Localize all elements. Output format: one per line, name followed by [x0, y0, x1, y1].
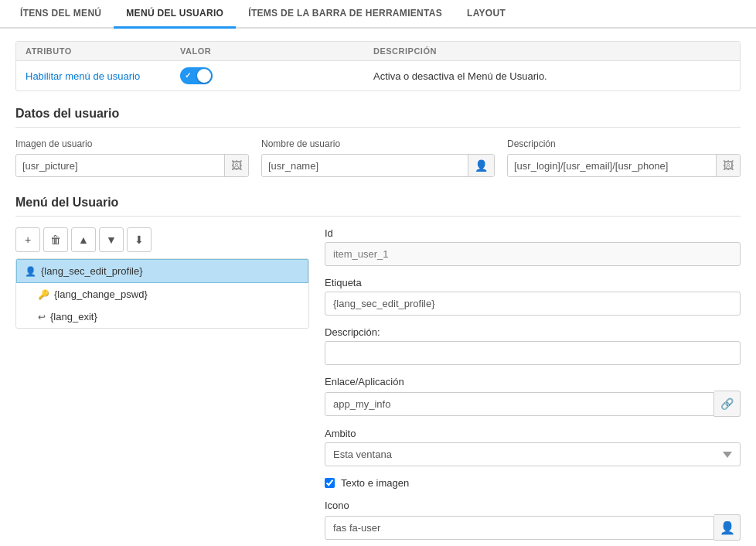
- tree-item-label-1: {lang_change_pswd}: [54, 288, 148, 300]
- enlace-input[interactable]: [325, 392, 714, 416]
- ambito-label: Ambito: [325, 428, 741, 439]
- checkbox-row: Texto e imagen: [325, 477, 741, 489]
- tree-panel: + 🗑 ▲ ▼ ⬇ 👤 {lang_sec_edit_profile} 🔑 {l…: [15, 227, 309, 546]
- icono-group: Icono 👤: [325, 500, 741, 541]
- user-image-label: Imagen de usuario: [15, 138, 249, 149]
- username-wrapper: 👤: [261, 154, 495, 177]
- user-image-field: Imagen de usuario 🖼: [15, 138, 249, 177]
- description-wrapper: 🖼: [507, 154, 741, 177]
- id-label: Id: [325, 227, 741, 239]
- enlace-link-icon[interactable]: 🔗: [714, 391, 741, 417]
- texto-imagen-label: Texto e imagen: [341, 477, 409, 489]
- description-field: Descripción 🖼: [507, 138, 741, 177]
- tab-layout[interactable]: LAYOUT: [455, 0, 518, 29]
- attr-habilitar-label: Habilitar menú de usuario: [26, 70, 180, 82]
- attr-description-text: Activa o desactiva el Menú de Usuario.: [373, 70, 730, 82]
- descripcion-label: Descripción:: [325, 326, 741, 338]
- attr-header-row: ATRIBUTO VALOR DESCRIPCIÓN: [16, 42, 740, 61]
- descripcion-input[interactable]: [325, 341, 741, 365]
- icono-input[interactable]: [325, 516, 714, 540]
- tree-item-exit[interactable]: ↩ {lang_exit}: [16, 305, 308, 328]
- add-item-button[interactable]: +: [15, 227, 40, 252]
- ambito-group: Ambito Esta ventana Nueva ventana Popup: [325, 428, 741, 466]
- user-menu-section: Menú del Usuario + 🗑 ▲ ▼ ⬇ 👤 {lang_sec_e…: [15, 196, 741, 546]
- username-field: Nombre de usuario 👤: [261, 138, 495, 177]
- username-icon: 👤: [468, 155, 494, 176]
- description-input[interactable]: [508, 155, 716, 176]
- toggle-track[interactable]: ✓: [180, 67, 213, 84]
- tab-toolbar-items[interactable]: ÍTEMS DE LA BARRA DE HERRAMIENTAS: [236, 0, 455, 29]
- right-form-panel: Id Etiqueta Descripción: Enlace/Aplicaci…: [325, 227, 741, 546]
- user-data-section: Datos del usuario Imagen de usuario 🖼 No…: [15, 107, 741, 177]
- move-down-button[interactable]: ▼: [99, 227, 124, 252]
- tree-item-label-0: {lang_sec_edit_profile}: [41, 265, 143, 277]
- user-image-wrapper: 🖼: [15, 154, 249, 177]
- toggle-habilitar[interactable]: ✓: [180, 67, 373, 84]
- etiqueta-label: Etiqueta: [325, 277, 741, 288]
- user-menu-title: Menú del Usuario: [15, 196, 741, 217]
- toggle-checkmark: ✓: [185, 71, 191, 80]
- description-icon: 🖼: [716, 155, 740, 176]
- download-button[interactable]: ⬇: [127, 227, 152, 252]
- attr-col-descripcion: DESCRIPCIÓN: [373, 46, 730, 56]
- tree-item-change-pswd[interactable]: 🔑 {lang_change_pswd}: [16, 283, 308, 305]
- tree-toolbar: + 🗑 ▲ ▼ ⬇: [15, 227, 309, 252]
- description-label: Descripción: [507, 138, 741, 149]
- main-content: ATRIBUTO VALOR DESCRIPCIÓN Habilitar men…: [0, 29, 756, 546]
- icono-person-icon[interactable]: 👤: [714, 514, 741, 541]
- person-icon: 👤: [25, 266, 36, 277]
- tree-item-edit-profile[interactable]: 👤 {lang_sec_edit_profile}: [16, 259, 308, 283]
- username-label: Nombre de usuario: [261, 138, 495, 149]
- texto-imagen-checkbox[interactable]: [325, 478, 335, 488]
- attribute-table: ATRIBUTO VALOR DESCRIPCIÓN Habilitar men…: [15, 41, 741, 91]
- icono-label: Icono: [325, 500, 741, 511]
- id-group: Id: [325, 227, 741, 266]
- tab-user-menu[interactable]: MENÚ DEL USUARIO: [114, 0, 236, 29]
- key-icon: 🔑: [38, 289, 49, 300]
- menu-layout: + 🗑 ▲ ▼ ⬇ 👤 {lang_sec_edit_profile} 🔑 {l…: [15, 227, 741, 546]
- user-image-input[interactable]: [16, 155, 224, 176]
- enlace-group: Enlace/Aplicación 🔗: [325, 376, 741, 417]
- user-image-icon: 🖼: [224, 155, 248, 176]
- menu-tree: 👤 {lang_sec_edit_profile} 🔑 {lang_change…: [15, 258, 309, 329]
- etiqueta-group: Etiqueta: [325, 277, 741, 316]
- move-up-button[interactable]: ▲: [71, 227, 96, 252]
- attr-col-atributo: ATRIBUTO: [26, 46, 180, 56]
- toggle-thumb: [197, 69, 211, 83]
- enlace-wrapper: 🔗: [325, 391, 741, 417]
- tree-item-label-2: {lang_exit}: [50, 311, 97, 322]
- attr-col-valor: VALOR: [180, 46, 373, 56]
- enlace-label: Enlace/Aplicación: [325, 376, 741, 387]
- attr-data-row: Habilitar menú de usuario ✓ Activa o des…: [16, 61, 740, 90]
- icono-wrapper: 👤: [325, 514, 741, 541]
- tab-bar: ÍTENS DEL MENÚ MENÚ DEL USUARIO ÍTEMS DE…: [0, 0, 756, 29]
- exit-icon: ↩: [38, 312, 46, 322]
- user-fields-row: Imagen de usuario 🖼 Nombre de usuario 👤 …: [15, 138, 741, 177]
- etiqueta-input[interactable]: [325, 292, 741, 316]
- id-input[interactable]: [325, 242, 741, 266]
- descripcion-group: Descripción:: [325, 326, 741, 365]
- delete-item-button[interactable]: 🗑: [43, 227, 68, 252]
- tab-menu-items[interactable]: ÍTENS DEL MENÚ: [8, 0, 114, 29]
- user-data-title: Datos del usuario: [15, 107, 741, 128]
- username-input[interactable]: [262, 155, 468, 176]
- ambito-select[interactable]: Esta ventana Nueva ventana Popup: [325, 442, 741, 466]
